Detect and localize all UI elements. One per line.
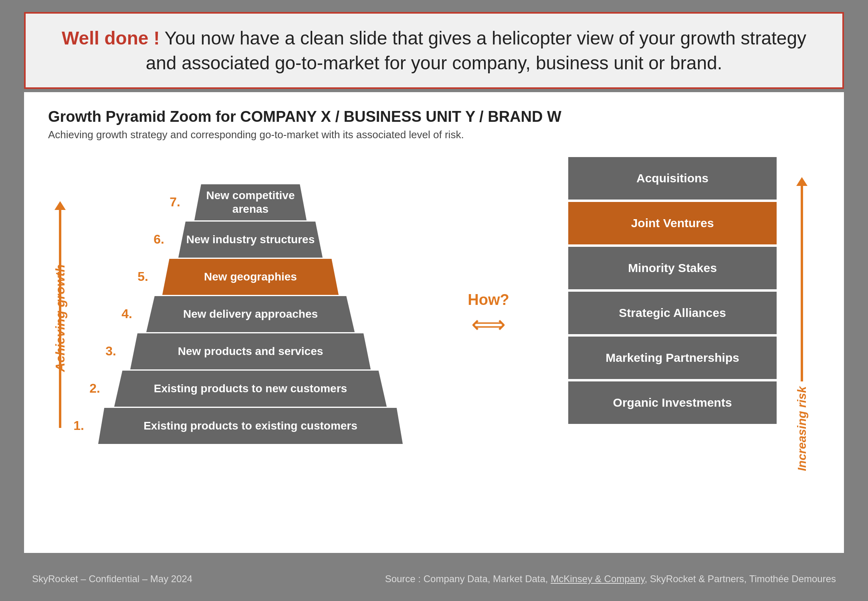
pyramid-row-1: 1. Existing products to existing custome… bbox=[98, 408, 403, 444]
footer-right: Source : Company Data, Market Data, McKi… bbox=[385, 573, 836, 585]
pyramid-number-6: 6. bbox=[142, 232, 164, 247]
arrow-head bbox=[55, 201, 66, 210]
pyramid-text-3: New products and services bbox=[178, 345, 323, 358]
diagram-area: Achieving growth 7. New competitive aren… bbox=[48, 157, 820, 471]
top-banner: Well done ! You now have a clean slide t… bbox=[24, 12, 844, 89]
right-boxes: Acquisitions Joint Ventures Minority Sta… bbox=[568, 157, 777, 471]
pyramid-segment-5: New geographies bbox=[162, 259, 339, 295]
how-label: How? bbox=[468, 291, 509, 309]
increasing-risk-arrow-container bbox=[801, 157, 803, 381]
pyramid-text-2: Existing products to new customers bbox=[154, 382, 347, 395]
increasing-risk-label: Increasing risk bbox=[795, 386, 809, 471]
card-subtitle: Achieving growth strategy and correspond… bbox=[48, 129, 820, 141]
footer-source-rest: , SkyRocket & Partners, Timothée Demoure… bbox=[644, 573, 836, 584]
right-box-text-strategic-alliances: Strategic Alliances bbox=[619, 306, 726, 320]
right-box-minority-stakes: Minority Stakes bbox=[568, 247, 777, 289]
pyramid-segment-2: Existing products to new customers bbox=[114, 371, 387, 407]
pyramid-segment-3: New products and services bbox=[130, 333, 371, 369]
achieving-growth-arrow: Achieving growth bbox=[48, 208, 72, 428]
pyramid-text-7: New competitive arenas bbox=[194, 189, 307, 216]
pyramid-text-1: Existing products to existing customers bbox=[143, 419, 357, 433]
right-box-joint-ventures: Joint Ventures bbox=[568, 202, 777, 244]
right-box-text-acquisitions: Acquisitions bbox=[636, 171, 709, 185]
right-box-marketing-partnerships: Marketing Partnerships bbox=[568, 337, 777, 379]
pyramid-row-7: 7. New competitive arenas bbox=[194, 184, 307, 220]
achieving-label: Achieving growth bbox=[53, 264, 68, 372]
left-side: Achieving growth 7. New competitive aren… bbox=[48, 184, 409, 444]
pyramid-stack: 7. New competitive arenas 6. New industr… bbox=[92, 184, 409, 444]
pyramid-row-2: 2. Existing products to new customers bbox=[114, 371, 387, 407]
banner-text: Well done ! You now have a clean slide t… bbox=[46, 26, 822, 75]
pyramid-segment-7: New competitive arenas bbox=[194, 184, 307, 220]
pyramid-number-7: 7. bbox=[158, 195, 180, 210]
right-box-acquisitions: Acquisitions bbox=[568, 157, 777, 200]
footer-left: SkyRocket – Confidential – May 2024 bbox=[32, 573, 192, 585]
how-arrow: ⟺ bbox=[471, 313, 506, 337]
increasing-risk-arrowhead bbox=[796, 177, 807, 186]
pyramid-number-1: 1. bbox=[62, 418, 84, 433]
pyramid-number-4: 4. bbox=[110, 307, 132, 321]
right-side: Acquisitions Joint Ventures Minority Sta… bbox=[568, 157, 820, 471]
right-box-text-marketing-partnerships: Marketing Partnerships bbox=[606, 351, 739, 365]
pyramid-text-5: New geographies bbox=[204, 270, 297, 284]
pyramid-text-6: New industry structures bbox=[186, 233, 315, 246]
main-card: Growth Pyramid Zoom for COMPANY X / BUSI… bbox=[24, 92, 844, 553]
right-box-text-joint-ventures: Joint Ventures bbox=[631, 216, 714, 230]
pyramid-row-4: 4. New delivery approaches bbox=[146, 296, 355, 332]
footer: SkyRocket – Confidential – May 2024 Sour… bbox=[0, 557, 868, 601]
how-section: How? ⟺ bbox=[448, 291, 529, 337]
pyramid-number-3: 3. bbox=[94, 344, 116, 359]
right-box-strategic-alliances: Strategic Alliances bbox=[568, 292, 777, 334]
banner-bold: Well done ! bbox=[62, 28, 160, 48]
increasing-risk-line bbox=[801, 185, 803, 381]
card-title: Growth Pyramid Zoom for COMPANY X / BUSI… bbox=[48, 108, 820, 125]
footer-source-text: Source : Company Data, Market Data, bbox=[385, 573, 551, 584]
pyramid-segment-6: New industry structures bbox=[178, 222, 323, 258]
pyramid-row-3: 3. New products and services bbox=[130, 333, 371, 369]
pyramid-number-2: 2. bbox=[78, 381, 100, 396]
pyramid-row-5: 5. New geographies bbox=[162, 259, 339, 295]
right-box-text-organic-investments: Organic Investments bbox=[613, 396, 732, 409]
pyramid-segment-4: New delivery approaches bbox=[146, 296, 355, 332]
footer-source-link[interactable]: McKinsey & Company bbox=[551, 573, 644, 584]
pyramid-text-4: New delivery approaches bbox=[183, 307, 318, 321]
banner-rest: You now have a clean slide that gives a … bbox=[146, 28, 806, 73]
right-box-text-minority-stakes: Minority Stakes bbox=[628, 261, 717, 275]
right-box-organic-investments: Organic Investments bbox=[568, 381, 777, 424]
pyramid-segment-1: Existing products to existing customers bbox=[98, 408, 403, 444]
pyramid-row-6: 6. New industry structures bbox=[178, 222, 323, 258]
pyramid-number-5: 5. bbox=[126, 269, 148, 284]
increasing-risk-section: Increasing risk bbox=[784, 157, 820, 471]
